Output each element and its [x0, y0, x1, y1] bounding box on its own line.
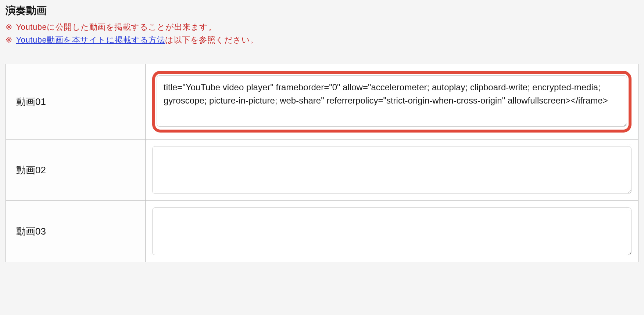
section-title: 演奏動画	[6, 4, 638, 18]
input-cell-video-01: title="YouTube video player" frameborder…	[146, 64, 638, 139]
highlighted-input-wrap: title="YouTube video player" frameborder…	[152, 71, 632, 133]
notice-suffix: は以下を参照ください。	[165, 35, 258, 44]
notice-link-youtube-howto[interactable]: Youtube動画を本サイトに掲載する方法	[16, 35, 165, 44]
form-row-video-01: 動画01 title="YouTube video player" frameb…	[6, 64, 638, 140]
video-form-table: 動画01 title="YouTube video player" frameb…	[6, 64, 638, 262]
input-cell-video-02	[146, 140, 638, 200]
notice-prefix: ※	[6, 22, 12, 32]
textarea-video-01[interactable]: title="YouTube video player" frameborder…	[157, 75, 627, 127]
notice-line-1: ※ Youtubeに公開した動画を掲載することが出来ます。	[6, 21, 638, 33]
form-row-video-03: 動画03	[6, 201, 638, 262]
label-video-03: 動画03	[6, 201, 146, 262]
textarea-video-03[interactable]	[152, 207, 632, 255]
notice-text: Youtubeに公開した動画を掲載することが出来ます。	[16, 22, 216, 32]
notice-prefix: ※	[6, 35, 12, 44]
form-row-video-02: 動画02	[6, 140, 638, 201]
label-video-01: 動画01	[6, 64, 146, 139]
textarea-video-02[interactable]	[152, 146, 632, 194]
input-cell-video-03	[146, 201, 638, 262]
label-video-02: 動画02	[6, 140, 146, 200]
notice-line-2: ※ Youtube動画を本サイトに掲載する方法は以下を参照ください。	[6, 33, 638, 46]
